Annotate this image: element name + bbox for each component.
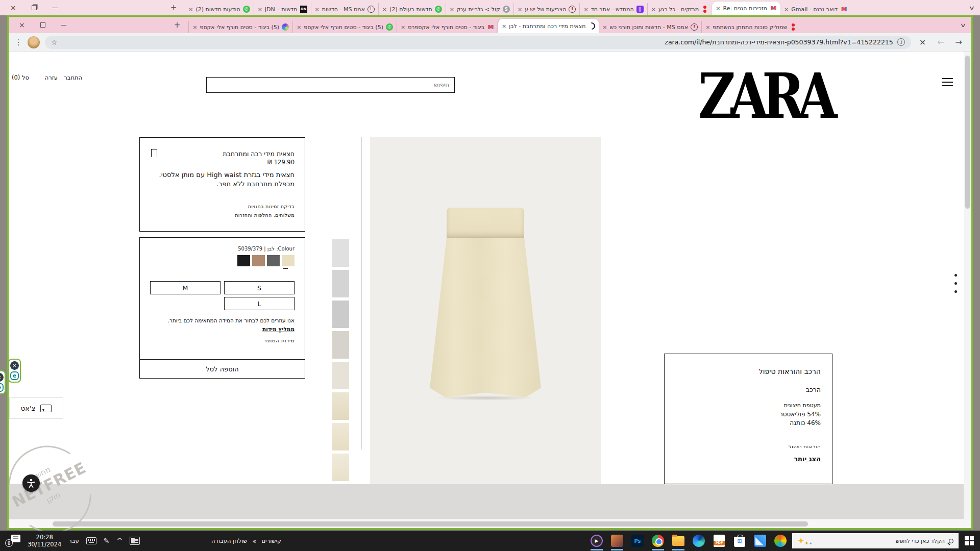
- tab-close-icon[interactable]: ×: [651, 6, 656, 13]
- maximize-icon[interactable]: [40, 22, 45, 28]
- vertical-scrollbar[interactable]: [964, 52, 971, 519]
- chrome-app[interactable]: [651, 534, 665, 547]
- tab-close-icon[interactable]: ×: [315, 6, 320, 13]
- add-to-cart-button[interactable]: הוספה לסל: [140, 359, 305, 378]
- edge-app[interactable]: [692, 534, 705, 547]
- shipping-returns-link[interactable]: משלוחים, החלפות והחזרות: [235, 212, 295, 218]
- microsoft-store-app[interactable]: [733, 534, 746, 547]
- thumbnail[interactable]: [332, 300, 349, 328]
- accessibility-widget[interactable]: [22, 474, 40, 492]
- pdf-reader-app[interactable]: [713, 534, 726, 547]
- back-icon[interactable]: ←: [934, 37, 947, 47]
- photos-app[interactable]: [753, 534, 767, 547]
- thumbnail[interactable]: [332, 331, 349, 359]
- product-image[interactable]: [370, 137, 601, 484]
- size-recommender-link[interactable]: ממליץ מידות: [262, 326, 295, 332]
- search-highlights-icon[interactable]: ✦✦✦: [797, 536, 812, 546]
- tab-close-icon[interactable]: ×: [583, 6, 588, 13]
- browser-tab[interactable]: ×הצביעות של יש ע: [513, 3, 580, 15]
- swatch-gray[interactable]: [267, 255, 280, 266]
- browser-tab-active[interactable]: ×Re: מזכירות הגנים: [712, 2, 780, 15]
- browser-tab[interactable]: ×JDN – חדשות: [254, 3, 311, 15]
- browser-tab[interactable]: ×אמס MS - חדשות: [311, 3, 378, 15]
- taskbar-search-box[interactable]: הקלד כאן כדי לחפש ✦✦✦: [792, 533, 959, 548]
- horizontal-scroll-thumb[interactable]: [53, 521, 808, 527]
- size-button-l[interactable]: L: [224, 297, 295, 310]
- swatch-brown[interactable]: [252, 255, 265, 266]
- new-tab-button[interactable]: +: [171, 20, 184, 30]
- tab-close-icon[interactable]: ×: [518, 6, 522, 13]
- tab-overflow-button[interactable]: ∨: [959, 5, 980, 11]
- size-button-m[interactable]: M: [150, 281, 220, 294]
- close-icon[interactable]: ×: [10, 4, 16, 12]
- eset-e-icon[interactable]: e: [0, 383, 4, 392]
- slideshow-dots[interactable]: [954, 274, 957, 293]
- minimize-icon[interactable]: [52, 8, 58, 8]
- show-more-link[interactable]: הצג יותר: [794, 455, 821, 463]
- size-button-s[interactable]: S: [224, 281, 295, 294]
- bookmark-save-icon[interactable]: [151, 149, 157, 157]
- tab-close-icon[interactable]: ×: [382, 6, 387, 13]
- zara-search-box[interactable]: [206, 77, 455, 93]
- thumbnail[interactable]: [332, 454, 349, 481]
- tab-close-icon[interactable]: ×: [401, 24, 405, 31]
- chrome-profile-photo-app[interactable]: [610, 534, 624, 547]
- thumbnail[interactable]: [332, 239, 349, 267]
- thumbnail[interactable]: [332, 270, 349, 297]
- thumbnail[interactable]: [332, 362, 349, 389]
- close-circle-icon[interactable]: ×: [0, 373, 4, 382]
- copilot-app[interactable]: [774, 534, 787, 547]
- eset-overlay-badge[interactable]: × e: [8, 359, 21, 383]
- tab-close-icon[interactable]: ×: [784, 6, 789, 13]
- browser-tab[interactable]: ×שמוליק סוכות התחתן בהשתתפ: [701, 21, 800, 33]
- browser-tab[interactable]: ×הודעות חדשות (2): [185, 3, 253, 15]
- url-text[interactable]: zara.com/il/he/חצאית-מידי-רכה-ומתרחבת-p0…: [62, 38, 893, 46]
- address-bar[interactable]: ☆ zara.com/il/he/חצאית-מידי-רכה-ומתרחבת-…: [45, 36, 911, 49]
- horizontal-scrollbar[interactable]: [9, 519, 971, 528]
- zara-search-input[interactable]: [207, 78, 454, 92]
- tab-close-icon[interactable]: ×: [450, 6, 454, 13]
- browser-tab[interactable]: ×קול > גלריית ענק: [446, 3, 513, 15]
- notification-badge[interactable]: 8: [5, 535, 20, 547]
- news-widget-icon[interactable]: [130, 537, 140, 545]
- nav-cart-link[interactable]: סל (0): [12, 74, 29, 81]
- swatch-black[interactable]: [237, 255, 250, 266]
- tab-close-icon[interactable]: ×: [602, 24, 607, 31]
- browser-tab[interactable]: ×אמס MS - חדשות ותוכן תורני כש: [599, 21, 701, 33]
- minimize-icon[interactable]: [61, 25, 66, 26]
- media-player-app[interactable]: ▶: [590, 534, 603, 547]
- eset-e-icon[interactable]: e: [10, 371, 19, 380]
- swatch-white-selected[interactable]: [282, 255, 295, 266]
- zara-logo[interactable]: ZARA: [691, 59, 839, 133]
- tab-close-icon[interactable]: ×: [502, 23, 506, 30]
- browser-tab[interactable]: ×(5) ביגוד - סטים חורף אלי אקספ: [292, 21, 397, 33]
- close-icon[interactable]: ×: [19, 21, 25, 29]
- file-explorer-app[interactable]: [672, 534, 685, 547]
- touch-keyboard-icon[interactable]: [86, 537, 96, 544]
- new-tab-button[interactable]: +: [167, 3, 180, 12]
- store-availability-link[interactable]: בדיקת זמינות בחנויות: [248, 204, 295, 209]
- taskbar-clock[interactable]: 20:28 30/11/2024: [28, 534, 61, 548]
- restore-icon[interactable]: [32, 5, 37, 10]
- links-toolbar-label[interactable]: קישורים: [261, 537, 281, 544]
- browser-tab[interactable]: ×המחדש - אתר חד: [579, 3, 647, 15]
- browser-tab[interactable]: ×דואר נכנס - Gmail: [780, 3, 851, 15]
- start-button[interactable]: [959, 531, 980, 551]
- nav-login-link[interactable]: התחבר: [64, 74, 82, 81]
- browser-tab[interactable]: ×(5) ביגוד - סטים חורף אלי אקספ: [188, 21, 292, 33]
- browser-tab[interactable]: ×ביגוד - סטים חורף אלי אקספרס: [397, 21, 498, 33]
- close-circle-icon[interactable]: ×: [10, 361, 19, 370]
- stop-icon[interactable]: ×: [916, 37, 929, 47]
- thumbnail[interactable]: [332, 423, 349, 450]
- tab-close-icon[interactable]: ×: [188, 6, 193, 13]
- thumbnail[interactable]: [332, 392, 349, 420]
- chat-button[interactable]: צ'אט: [9, 397, 63, 419]
- tab-close-icon[interactable]: ×: [297, 24, 301, 31]
- toolbar-expand-chevron[interactable]: «: [253, 537, 257, 545]
- tab-close-icon[interactable]: ×: [705, 24, 710, 31]
- photoshop-app[interactable]: Ps: [631, 534, 644, 547]
- site-info-icon[interactable]: i: [897, 38, 905, 46]
- hamburger-menu-icon[interactable]: [942, 78, 953, 89]
- vertical-scroll-thumb[interactable]: [965, 56, 970, 209]
- hidden-icons-chevron[interactable]: ^: [116, 537, 122, 545]
